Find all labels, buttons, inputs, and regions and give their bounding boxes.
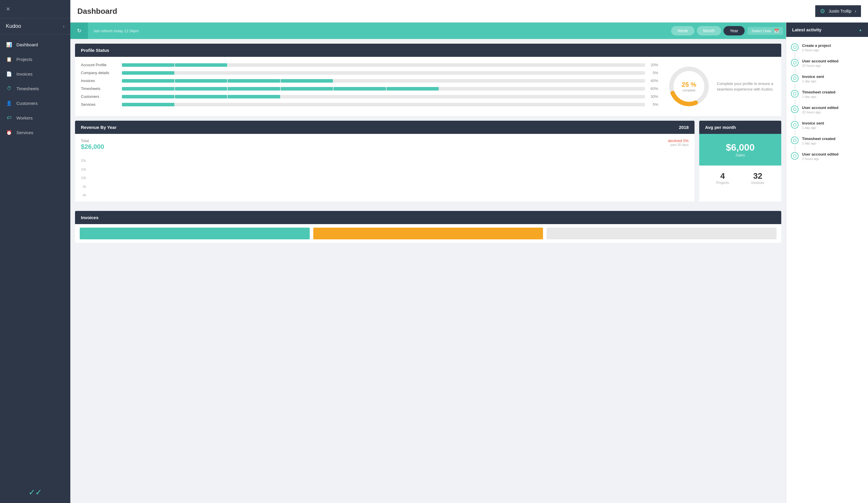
sidebar-item-invoices[interactable]: 📄 Invoices	[0, 66, 70, 81]
activity-icon-invoice-sent-2	[791, 121, 798, 129]
activity-item-invoice-sent-2: Invoice sent 1 day ago	[786, 117, 868, 133]
activity-time-create-project: 2 hours ago	[802, 48, 831, 52]
filter-bar: ↻ last refresh today 12:34pm Week Month …	[70, 23, 786, 39]
bar-segment	[122, 95, 174, 98]
period-buttons: Week Month Year	[668, 26, 747, 35]
avg-title: Avg per month	[705, 125, 736, 130]
sidebar-item-workers[interactable]: 🏷 Workers	[0, 111, 70, 125]
activity-info-create-project: Create a project 2 hours ago	[802, 43, 831, 52]
sidebar-icon-workers: 🏷	[6, 115, 12, 121]
activity-item-user-account-3: User account edited 2 hours ago	[786, 148, 868, 164]
activity-info-timesheet-2: Timesheet created 1 day ago	[802, 137, 836, 145]
bar-pct-2: 40%	[648, 78, 658, 83]
svg-point-4	[793, 77, 796, 80]
bar-label-0: Account Profile	[81, 63, 119, 67]
content-area: ↻ last refresh today 12:34pm Week Month …	[70, 23, 868, 503]
activity-title-invoice-sent-2: Invoice sent	[802, 121, 824, 125]
avg-projects-label: Projects	[716, 181, 729, 185]
activity-time-timesheet-2: 1 day ago	[802, 142, 836, 145]
profile-bar-row-2: Invoices 40%	[81, 78, 658, 83]
bar-segment	[122, 63, 174, 67]
donut-text: Complete your profile to ensure a seamle…	[717, 81, 775, 92]
sidebar-item-services[interactable]: ⏰ Services	[0, 125, 70, 140]
sidebar-item-dashboard[interactable]: 📊 Dashboard	[0, 37, 70, 52]
activity-icon-create-project	[791, 43, 798, 51]
refresh-button[interactable]: ↻	[70, 23, 88, 39]
user-chevron-icon: ›	[855, 9, 856, 13]
invoices-bar-gray	[547, 228, 777, 239]
activity-title: Latest activity	[792, 27, 822, 32]
activity-item-invoice-sent-1: Invoice sent 1 day ago	[786, 71, 868, 86]
activity-info-timesheet-1: Timesheet created 1 day ago	[802, 90, 836, 98]
profile-bar-row-3: Timesheets 60%	[81, 86, 658, 91]
profile-status-title: Profile Status	[81, 48, 109, 53]
sidebar-label-customers: Customers	[17, 101, 38, 106]
sidebar-item-customers[interactable]: 👤 Customers	[0, 96, 70, 111]
profile-status-header: Profile Status	[75, 44, 781, 57]
topbar-right: ⚙ Justin Trollip ›	[815, 5, 861, 17]
activity-item-timesheet-1: Timesheet created 1 day ago	[786, 86, 868, 102]
bar-track-4	[122, 95, 645, 98]
topbar: Dashboard ⚙ Justin Trollip ›	[70, 0, 868, 23]
bottom-cards: Revenue By Year 2018 Total $26,000 decli	[75, 121, 781, 206]
bar-segment	[228, 95, 280, 98]
bar-chart	[89, 159, 104, 197]
sidebar-logo-mark: ✓✓	[29, 488, 42, 497]
sidebar-item-timesheets[interactable]: ⏱ Timesheets	[0, 81, 70, 96]
revenue-header: Revenue By Year 2018	[75, 121, 694, 134]
activity-title-create-project: Create a project	[802, 43, 831, 48]
sidebar-brand[interactable]: Kudoo ›	[0, 19, 70, 34]
bar-track-1	[122, 71, 645, 75]
bar-segment	[122, 79, 174, 83]
activity-time-timesheet-1: 1 day ago	[802, 95, 836, 98]
invoices-card: Invoices	[75, 211, 781, 243]
bar-segment	[228, 87, 280, 91]
sidebar-icon-timesheets: ⏱	[6, 85, 12, 92]
activity-time-invoice-sent-2: 1 day ago	[802, 126, 824, 129]
activity-scroll-up[interactable]: ▲	[859, 28, 862, 32]
donut-container: 25 % complete Complete your profile to e…	[667, 63, 775, 110]
bar-pct-0: 20%	[648, 63, 658, 67]
bar-label-3: Timesheets	[81, 86, 119, 91]
avg-sales-value: $6,000	[707, 142, 773, 153]
activity-title-user-account-3: User account edited	[802, 152, 838, 156]
sidebar-close-button[interactable]: ✕	[6, 6, 10, 12]
bar-pct-3: 60%	[648, 86, 658, 91]
bar-segment	[175, 79, 227, 83]
donut-sub: complete	[682, 88, 696, 92]
gear-icon: ⚙	[820, 8, 825, 15]
revenue-card: Revenue By Year 2018 Total $26,000 decli	[75, 121, 694, 201]
activity-time-invoice-sent-1: 1 day ago	[802, 80, 824, 83]
year-button[interactable]: Year	[724, 26, 745, 35]
week-button[interactable]: Week	[671, 26, 694, 35]
activity-time-user-account-2: 22 hours ago	[802, 111, 838, 114]
revenue-year: 2018	[679, 125, 689, 130]
bar-label-2: Invoices	[81, 78, 119, 83]
donut-chart: 25 % complete	[667, 64, 711, 108]
bar-segment	[175, 63, 227, 67]
activity-icon-user-account-3	[791, 152, 798, 160]
bar-segment	[122, 87, 174, 91]
bar-label-5: Services	[81, 102, 119, 107]
month-button[interactable]: Month	[697, 26, 721, 35]
date-select[interactable]: Select Date 📅	[747, 27, 783, 35]
invoices-title: Invoices	[81, 215, 99, 220]
bar-segment	[333, 87, 386, 91]
activity-info-user-account-2: User account edited 22 hours ago	[802, 105, 838, 114]
svg-point-3	[793, 61, 796, 64]
sidebar-item-projects[interactable]: 📋 Projects	[0, 52, 70, 66]
invoices-bar-green	[80, 228, 310, 239]
revenue-declined: declined 5%	[668, 138, 689, 143]
bar-segment	[281, 87, 333, 91]
activity-icon-user-account-2	[791, 105, 798, 113]
sidebar-label-invoices: Invoices	[17, 72, 32, 76]
y-axis-label: 15k	[81, 168, 86, 171]
activity-item-timesheet-2: Timesheet created 1 day ago	[786, 133, 868, 148]
activity-icon-invoice-sent-1	[791, 74, 798, 82]
user-profile[interactable]: ⚙ Justin Trollip ›	[815, 5, 861, 17]
avg-stats: 4 Projects 32 Invoices	[699, 166, 781, 191]
profile-bar-row-1: Company details 5%	[81, 71, 658, 75]
bar-segment	[386, 87, 439, 91]
activity-info-user-account-1: User account edited 22 hours ago	[802, 59, 838, 67]
bar-track-5	[122, 103, 645, 106]
